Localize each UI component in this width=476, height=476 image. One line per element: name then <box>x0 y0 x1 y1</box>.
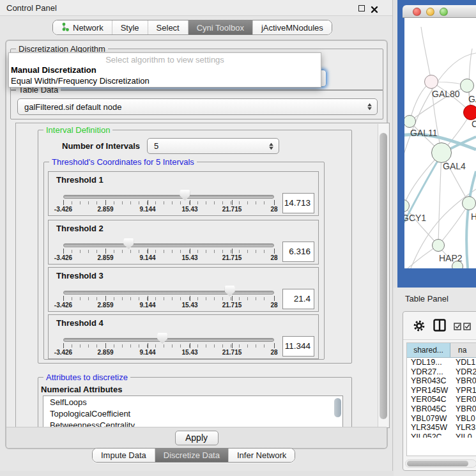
cell-name: YBR0 <box>450 404 476 414</box>
table-row[interactable]: YLR345WYLR3 <box>407 423 476 433</box>
apply-button[interactable]: Apply <box>175 431 219 445</box>
network-node[interactable] <box>460 79 474 93</box>
tick-label: 9.144 <box>139 302 155 309</box>
threshold-1-slider[interactable]: -3.426 2.859 9.144 15.43 21.715 28 <box>63 172 274 217</box>
slider-thumb[interactable] <box>180 190 190 201</box>
cell-shared-name: YPR145W <box>407 386 450 395</box>
split-columns-icon[interactable] <box>433 319 446 334</box>
table-row[interactable]: YBR043CYBR0 <box>407 376 476 386</box>
threshold-1-panel: Threshold 1 -3.426 2.859 9.144 15.43 21.… <box>48 171 319 216</box>
settings-scrollbar-thumb[interactable] <box>380 133 387 419</box>
close-icon[interactable] <box>371 4 378 12</box>
threshold-3-value[interactable]: 21.4 <box>282 289 314 309</box>
threshold-2-value[interactable]: 6.316 <box>282 242 314 262</box>
cell-name: YBR0 <box>450 376 476 386</box>
network-node-selected[interactable] <box>463 105 476 120</box>
tab-network[interactable]: Network <box>53 20 112 35</box>
threshold-2-panel: Threshold 2 -3.426 2.859 9.144 15.43 21.… <box>48 220 319 265</box>
numerical-attributes-list[interactable]: SelfLoops TopologicalCoefficient Between… <box>43 395 343 428</box>
cell-shared-name: YIL052C <box>407 433 450 438</box>
threshold-3-slider[interactable]: -3.426 2.859 9.144 15.43 21.715 28 <box>63 268 274 312</box>
tab-jactivemnodules-label: jActiveMNodules <box>261 23 323 33</box>
number-of-intervals-spinner[interactable]: 5 <box>147 138 279 154</box>
table-horizontal-scrollbar[interactable] <box>405 459 476 468</box>
table-row[interactable]: YDR27...YDR2 <box>407 367 476 377</box>
tick-label: 9.144 <box>139 349 155 356</box>
threshold-4-value[interactable]: 11.344 <box>282 336 314 357</box>
algorithm-option-manual[interactable]: Manual Discretization <box>11 65 96 75</box>
checkbox-columns-icon[interactable] <box>454 321 472 333</box>
screenshot-stage: Control Panel Network Style Select Cyni … <box>0 0 476 476</box>
cell-shared-name: YLR345W <box>407 423 450 433</box>
tab-style[interactable]: Style <box>112 20 148 35</box>
network-node[interactable] <box>431 142 452 163</box>
slider-thumb[interactable] <box>157 333 167 344</box>
slider-track <box>63 243 274 247</box>
close-traffic-light-icon[interactable] <box>413 8 421 16</box>
float-window-icon[interactable] <box>358 5 365 12</box>
list-item[interactable]: SelfLoops <box>43 396 342 408</box>
tick-label: 2.859 <box>97 302 113 309</box>
number-of-intervals-value: 5 <box>154 141 158 151</box>
gear-icon[interactable] <box>412 319 426 335</box>
tab-style-label: Style <box>121 23 139 33</box>
tab-discretize-data[interactable]: Discretize Data <box>155 449 229 462</box>
tab-infer-network[interactable]: Infer Network <box>229 449 295 462</box>
table-data-combobox[interactable]: galFiltered.sif default node <box>17 98 378 115</box>
cell-shared-name: YDR27... <box>407 367 450 377</box>
column-header-shared[interactable]: shared... <box>407 343 450 357</box>
minimize-traffic-light-icon[interactable] <box>426 8 434 16</box>
table-row[interactable]: YBL079WYBL0 <box>407 414 476 424</box>
slider-minor-ticks <box>63 201 273 204</box>
threshold-4-slider[interactable]: -3.426 2.859 9.144 15.43 21.715 28 <box>63 315 274 360</box>
control-panel-titlebar: Control Panel <box>0 0 392 16</box>
threshold-2-slider[interactable]: -3.426 2.859 9.144 15.43 21.715 28 <box>63 220 274 265</box>
tab-impute-data-label: Impute Data <box>101 450 146 460</box>
slider-thumb[interactable] <box>123 238 134 249</box>
cell-name: YDR2 <box>450 367 476 377</box>
tab-jactivemnodules[interactable]: jActiveMNodules <box>253 20 332 35</box>
threshold-coordinates-group: Threshold's Coordinates for 5 Intervals … <box>43 162 325 360</box>
slider-minor-ticks <box>63 250 273 253</box>
network-node[interactable] <box>424 75 438 89</box>
network-node[interactable] <box>462 196 476 210</box>
list-scrollbar-thumb[interactable] <box>334 398 341 417</box>
threshold-1-value[interactable]: 14.713 <box>282 193 314 213</box>
zoom-traffic-light-icon[interactable] <box>440 8 448 16</box>
apply-strip: Apply <box>6 427 387 448</box>
table-row[interactable]: YPR145WYPR1 <box>407 386 476 395</box>
cell-name: YDL1 <box>450 358 476 367</box>
number-of-intervals-label: Number of Intervals <box>62 141 140 151</box>
network-node[interactable] <box>432 239 445 252</box>
tab-cyni-toolbox-label: Cyni Toolbox <box>197 23 244 33</box>
column-header-name[interactable]: na <box>450 343 476 357</box>
table-row[interactable]: YER054CYER0 <box>407 395 476 404</box>
network-window-titlebar <box>403 5 476 18</box>
tick-label: 21.715 <box>222 206 242 213</box>
table-panel-title: Table Panel <box>405 294 449 303</box>
tab-select[interactable]: Select <box>148 20 188 35</box>
slider-thumb[interactable] <box>225 286 235 296</box>
network-canvas[interactable]: GAL80 GA C GAL11 GAL4 GCY1 H HAP2 <box>404 18 476 268</box>
tab-impute-data[interactable]: Impute Data <box>93 449 155 462</box>
tick-label: 28 <box>270 254 277 261</box>
table-row[interactable]: YIL052CYIL0 <box>407 433 476 438</box>
cell-shared-name: YER054C <box>407 395 450 404</box>
table-row[interactable]: YBR045CYBR0 <box>407 404 476 414</box>
settings-scrollbar[interactable] <box>378 124 388 427</box>
spinner-stepper-icon <box>269 142 273 150</box>
tab-discretize-data-label: Discretize Data <box>164 450 220 460</box>
algorithm-option-equal-width[interactable]: Equal Width/Frequency Discretization <box>11 76 150 86</box>
node-table: shared... na YDL19...YDL1 YDR27...YDR2 Y… <box>406 342 476 456</box>
list-item[interactable]: TopologicalCoefficient <box>43 408 342 419</box>
tab-cyni-toolbox[interactable]: Cyni Toolbox <box>188 20 253 35</box>
table-horizontal-scrollbar-thumb[interactable] <box>407 461 468 466</box>
node-label: GAL11 <box>410 128 438 138</box>
table-row[interactable]: YDL19...YDL1 <box>407 358 476 367</box>
bottom-tab-bar: Impute Data Discretize Data Infer Networ… <box>92 448 295 463</box>
node-label: H <box>471 211 476 222</box>
threshold-4-panel: Threshold 4 -3.426 2.859 9.144 15.43 21.… <box>48 314 319 359</box>
tick-label: 28 <box>270 302 277 309</box>
tick-label: 28 <box>270 206 277 213</box>
threshold-3-panel: Threshold 3 -3.426 2.859 9.144 15.43 21.… <box>48 267 319 312</box>
